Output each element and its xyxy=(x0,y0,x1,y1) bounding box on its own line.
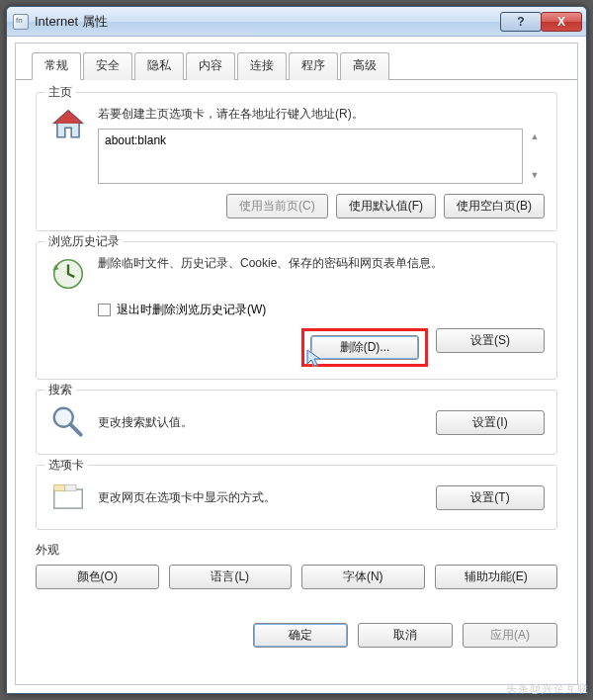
home-icon xyxy=(48,105,88,144)
tabs-legend: 选项卡 xyxy=(44,457,88,474)
client-area: 常规 安全 隐私 内容 连接 程序 高级 主页 若要创建主页选项卡，请在各地址行… xyxy=(15,43,578,685)
browsing-history-group: 浏览历史记录 删除临时文件、历史记录、Cookie、保存的密码和网页表单信息。 … xyxy=(36,241,557,380)
use-default-button[interactable]: 使用默认值(F) xyxy=(336,194,436,219)
delete-on-exit-checkbox[interactable]: 退出时删除浏览历史记录(W) xyxy=(98,302,545,318)
homepage-desc: 若要创建主页选项卡，请在各地址行键入地址(R)。 xyxy=(98,105,545,123)
checkbox-icon xyxy=(98,304,111,316)
watermark: 头条@兴企互联 xyxy=(506,681,589,696)
close-button[interactable]: X xyxy=(541,12,582,32)
delete-history-button[interactable]: 删除(D)... xyxy=(310,335,419,360)
fonts-button[interactable]: 字体(N) xyxy=(301,565,425,589)
tab-content-general: 主页 若要创建主页选项卡，请在各地址行键入地址(R)。 ▲▼ 使用当前页(C) xyxy=(16,80,577,613)
tab-security[interactable]: 安全 xyxy=(83,52,132,80)
search-desc: 更改搜索默认值。 xyxy=(98,413,426,431)
history-desc: 删除临时文件、历史记录、Cookie、保存的密码和网页表单信息。 xyxy=(98,254,545,272)
svg-rect-5 xyxy=(54,489,83,508)
tab-privacy[interactable]: 隐私 xyxy=(134,52,184,80)
tabs-desc: 更改网页在选项卡中显示的方式。 xyxy=(98,488,426,506)
appearance-group: 外观 颜色(O) 语言(L) 字体(N) 辅助功能(E) xyxy=(36,540,557,595)
help-button[interactable]: ? xyxy=(500,12,542,32)
languages-button[interactable]: 语言(L) xyxy=(169,565,293,589)
colors-button[interactable]: 颜色(O) xyxy=(36,565,159,589)
use-current-button[interactable]: 使用当前页(C) xyxy=(226,194,328,219)
system-icon xyxy=(13,14,29,30)
history-legend: 浏览历史记录 xyxy=(44,233,124,250)
apply-button[interactable]: 应用(A) xyxy=(463,623,557,648)
svg-rect-6 xyxy=(54,484,65,490)
tab-content[interactable]: 内容 xyxy=(186,52,235,80)
internet-properties-dialog: Internet 属性 ? X 常规 安全 隐私 内容 连接 程序 高级 主页 xyxy=(6,6,587,694)
delete-on-exit-label: 退出时删除浏览历史记录(W) xyxy=(117,302,266,318)
tab-general[interactable]: 常规 xyxy=(32,52,81,80)
cancel-button[interactable]: 取消 xyxy=(358,623,453,648)
history-settings-button[interactable]: 设置(S) xyxy=(436,328,545,353)
tabs-settings-button[interactable]: 设置(T) xyxy=(436,485,545,510)
tab-programs[interactable]: 程序 xyxy=(289,52,338,80)
svg-marker-1 xyxy=(54,111,83,124)
search-icon xyxy=(48,402,88,442)
ok-button[interactable]: 确定 xyxy=(253,623,348,648)
highlight-annotation: 删除(D)... xyxy=(301,328,428,367)
tabs-icon xyxy=(48,478,88,517)
svg-rect-7 xyxy=(65,484,76,490)
tab-strip: 常规 安全 隐私 内容 连接 程序 高级 xyxy=(16,44,577,80)
tab-connections[interactable]: 连接 xyxy=(237,52,287,80)
search-settings-button[interactable]: 设置(I) xyxy=(436,410,545,435)
search-legend: 搜索 xyxy=(44,382,76,398)
homepage-group: 主页 若要创建主页选项卡，请在各地址行键入地址(R)。 ▲▼ 使用当前页(C) xyxy=(36,92,557,231)
tabs-group: 选项卡 更改网页在选项卡中显示的方式。 设置(T) xyxy=(36,465,557,530)
history-icon xyxy=(48,254,88,294)
titlebar[interactable]: Internet 属性 ? X xyxy=(7,7,586,37)
homepage-legend: 主页 xyxy=(44,84,76,101)
tab-advanced[interactable]: 高级 xyxy=(340,52,389,80)
homepage-input[interactable] xyxy=(98,129,523,184)
search-group: 搜索 更改搜索默认值。 设置(I) xyxy=(36,390,557,455)
appearance-legend: 外观 xyxy=(36,542,557,559)
svg-line-4 xyxy=(70,424,80,434)
scrollbar[interactable]: ▲▼ xyxy=(527,131,543,182)
window-title: Internet 属性 xyxy=(35,13,501,31)
accessibility-button[interactable]: 辅助功能(E) xyxy=(435,565,558,589)
use-blank-button[interactable]: 使用空白页(B) xyxy=(444,194,545,219)
dialog-buttons: 确定 取消 应用(A) xyxy=(16,613,577,648)
